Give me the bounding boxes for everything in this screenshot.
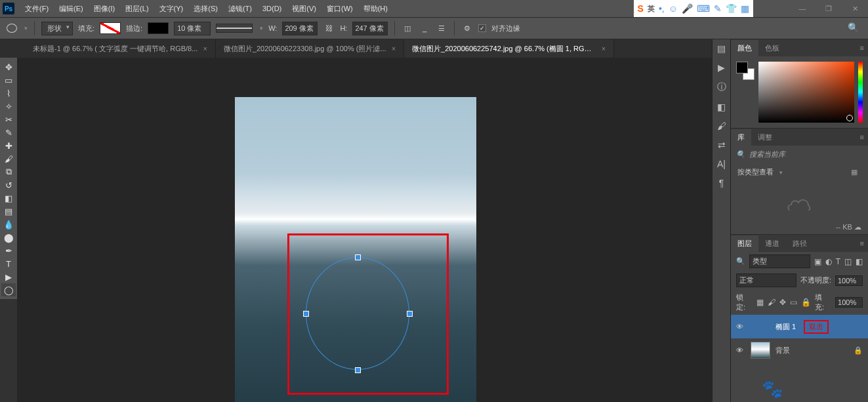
stroke-style-select[interactable] xyxy=(216,24,253,33)
ime-tool-icon[interactable]: ✎ xyxy=(714,3,722,14)
tab-channels[interactable]: 通道 xyxy=(758,235,786,252)
ime-mode[interactable]: 英 xyxy=(648,4,655,14)
tab-paths[interactable]: 路径 xyxy=(786,235,814,252)
menu-layer[interactable]: 图层(L) xyxy=(120,1,154,16)
lock-icon[interactable]: 🔒 xyxy=(854,346,863,355)
ime-skin-icon[interactable]: 👕 xyxy=(726,3,737,14)
lock-art-icon[interactable]: ▭ xyxy=(790,298,797,307)
layer-row-background[interactable]: 👁 背景 🔒 xyxy=(731,338,868,362)
close-button[interactable]: ✕ xyxy=(842,0,868,17)
link-wh-icon[interactable]: ⛓ xyxy=(323,22,335,34)
layer-filter-select[interactable]: 类型 xyxy=(749,254,810,268)
ime-face-icon[interactable]: ☺ xyxy=(669,3,678,14)
ime-mic-icon[interactable]: 🎤 xyxy=(682,3,693,14)
hue-slider[interactable] xyxy=(858,62,863,123)
minimize-button[interactable]: — xyxy=(789,0,816,17)
anchor-left[interactable] xyxy=(303,311,309,317)
menu-help[interactable]: 帮助(H) xyxy=(358,1,393,16)
quick-select-tool[interactable]: ✧ xyxy=(1,100,16,113)
shape-mode-select[interactable]: 形状 xyxy=(41,22,73,35)
type-tool[interactable]: T xyxy=(1,257,16,270)
panel-menu-icon[interactable]: ≡ xyxy=(860,133,864,141)
actions-panel-icon[interactable]: ▶ xyxy=(718,62,725,73)
eyedropper-tool[interactable]: ✎ xyxy=(1,126,16,139)
menu-3d[interactable]: 3D(D) xyxy=(257,2,287,15)
path-arrange-icon[interactable]: ☰ xyxy=(436,22,447,34)
clone-panel-icon[interactable]: ⇄ xyxy=(718,140,726,150)
layer-thumb[interactable] xyxy=(751,342,770,359)
brush-panel-icon[interactable]: 🖌 xyxy=(717,121,726,131)
width-input[interactable]: 209 像素 xyxy=(282,22,318,35)
ime-punct-icon[interactable]: •, xyxy=(659,3,665,14)
menu-filter[interactable]: 滤镜(T) xyxy=(223,1,257,16)
tab-libraries[interactable]: 库 xyxy=(731,129,751,146)
history-brush-tool[interactable]: ↺ xyxy=(1,178,16,191)
lib-search-input[interactable]: 搜索当前库 xyxy=(749,150,785,159)
shape-ellipse-path[interactable] xyxy=(306,257,409,370)
menu-select[interactable]: 选择(S) xyxy=(188,1,223,16)
doc-tab-2[interactable]: 微信图片_20200606223308.jpg @ 100% (照片滤...× xyxy=(216,39,404,58)
search-icon[interactable]: 🔍 xyxy=(848,22,859,33)
cloud-sync-icon[interactable]: ☁ xyxy=(854,223,861,231)
ime-grid-icon[interactable]: ▦ xyxy=(741,3,749,14)
info-panel-icon[interactable]: ⓘ xyxy=(717,81,726,93)
eraser-tool[interactable]: ◧ xyxy=(1,191,16,205)
path-ops-icon[interactable]: ◫ xyxy=(402,22,413,34)
ime-panel[interactable]: S 英 •, ☺ 🎤 ⌨ ✎ 👕 ▦ xyxy=(634,0,753,17)
visibility-icon[interactable]: 👁 xyxy=(736,346,745,354)
tab-adjustments[interactable]: 调整 xyxy=(751,129,779,146)
filter-img-icon[interactable]: ▣ xyxy=(814,257,821,266)
anchor-top[interactable] xyxy=(355,254,361,260)
path-align-icon[interactable]: ⎯ xyxy=(419,22,430,34)
close-tab-icon[interactable]: × xyxy=(203,45,207,52)
marquee-tool[interactable]: ▭ xyxy=(1,73,16,87)
healing-tool[interactable]: ✚ xyxy=(1,139,16,152)
lib-view-select[interactable]: 按类型查看 xyxy=(737,167,774,177)
blend-mode-select[interactable]: 正常 xyxy=(736,273,796,287)
anchor-bottom[interactable] xyxy=(355,367,361,373)
dodge-tool[interactable]: ⬤ xyxy=(1,231,16,244)
filter-adj-icon[interactable]: ◐ xyxy=(825,257,832,266)
document-canvas[interactable] xyxy=(235,97,476,402)
layer-name[interactable]: 背景 xyxy=(775,346,790,355)
opacity-input[interactable]: 100% xyxy=(835,275,863,286)
blur-tool[interactable]: 💧 xyxy=(1,218,16,231)
lasso-tool[interactable]: ⌇ xyxy=(1,87,16,100)
gradient-tool[interactable]: ▤ xyxy=(1,205,16,218)
tab-swatches[interactable]: 色板 xyxy=(758,40,786,56)
visibility-icon[interactable]: 👁 xyxy=(736,323,745,331)
tab-color[interactable]: 颜色 xyxy=(731,40,758,56)
close-tab-icon[interactable]: × xyxy=(392,45,396,52)
close-tab-icon[interactable]: × xyxy=(602,45,606,52)
move-tool[interactable]: ✥ xyxy=(1,60,16,73)
lock-paint-icon[interactable]: 🖌 xyxy=(768,298,775,307)
lock-pos-icon[interactable]: ✥ xyxy=(779,298,786,307)
doc-tab-3[interactable]: 微信图片_20200606225742.jpg @ 66.7% (椭圆 1, R… xyxy=(404,39,614,58)
stamp-tool[interactable]: ⧉ xyxy=(1,165,16,178)
filter-shape-icon[interactable]: ◫ xyxy=(844,257,852,266)
align-edges-checkbox[interactable]: ✓ xyxy=(478,24,486,32)
stroke-width-input[interactable]: 10 像素 xyxy=(174,22,211,35)
properties-panel-icon[interactable]: ◧ xyxy=(717,102,726,112)
panel-menu-icon[interactable]: ≡ xyxy=(860,239,864,247)
filter-type-icon[interactable]: T xyxy=(836,257,840,266)
menu-edit[interactable]: 编辑(E) xyxy=(54,1,89,16)
lock-all-icon[interactable]: 🔒 xyxy=(801,298,811,307)
pen-tool[interactable]: ✒ xyxy=(1,244,16,257)
tool-preset-icon[interactable] xyxy=(7,24,17,33)
tab-layers[interactable]: 图层 xyxy=(731,235,758,252)
color-spectrum[interactable] xyxy=(758,62,854,123)
brush-tool[interactable]: 🖌 xyxy=(1,152,16,165)
fg-bg-swatch[interactable] xyxy=(736,62,754,80)
anchor-right[interactable] xyxy=(407,311,413,317)
crop-tool[interactable]: ✂ xyxy=(1,113,16,126)
doc-tab-1[interactable]: 未标题-1 @ 66.7% ( 文字弧度 一键调节哈, RGB/8...× xyxy=(25,39,216,58)
shape-tool[interactable]: ◯ xyxy=(1,283,16,296)
menu-image[interactable]: 图像(I) xyxy=(89,1,120,16)
lock-trans-icon[interactable]: ▦ xyxy=(756,298,764,307)
menu-window[interactable]: 窗口(W) xyxy=(321,1,358,16)
menu-type[interactable]: 文字(Y) xyxy=(154,1,189,16)
restore-button[interactable]: ❐ xyxy=(816,0,842,17)
fill-swatch[interactable] xyxy=(100,22,121,34)
menu-file[interactable]: 文件(F) xyxy=(20,1,54,16)
